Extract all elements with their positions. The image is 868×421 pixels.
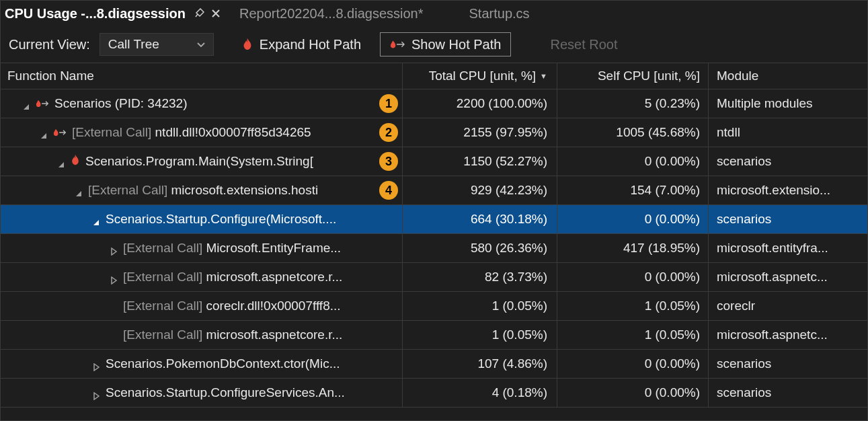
table-row[interactable]: Scenarios.Startup.ConfigureServices.An..… bbox=[1, 379, 867, 408]
button-label: Show Hot Path bbox=[411, 37, 501, 52]
svg-marker-7 bbox=[94, 364, 99, 371]
table-row[interactable]: [External Call] microsoft.extensions.hos… bbox=[1, 176, 867, 205]
callout-badge: 1 bbox=[379, 94, 398, 113]
callout-badge: 4 bbox=[379, 181, 398, 200]
hot-path-icon bbox=[53, 125, 67, 140]
module-cell: scenarios bbox=[709, 379, 867, 407]
function-name: Scenarios.Program.Main(System.String[ bbox=[85, 154, 313, 169]
function-name: [External Call] ntdll.dll!0x00007ff85d34… bbox=[72, 125, 311, 140]
expander-icon[interactable] bbox=[22, 100, 30, 108]
tab-startup-cs[interactable]: Startup.cs bbox=[460, 1, 539, 26]
hot-path-icon bbox=[390, 40, 405, 49]
expander-icon[interactable] bbox=[92, 215, 100, 223]
external-call-prefix: [External Call] bbox=[72, 125, 155, 139]
table-row[interactable]: Scenarios (PID: 34232)12200 (100.00%)5 (… bbox=[1, 89, 867, 118]
self-cpu-cell: 1005 (45.68%) bbox=[557, 118, 709, 147]
module-cell: microsoft.entityfra... bbox=[709, 234, 867, 262]
chevron-down-icon bbox=[197, 40, 205, 50]
module-cell: scenarios bbox=[709, 147, 867, 176]
header-total-cpu[interactable]: Total CPU [unit, %] ▼ bbox=[403, 63, 557, 89]
svg-marker-3 bbox=[76, 191, 81, 196]
function-name: Scenarios.Startup.ConfigureServices.An..… bbox=[106, 385, 345, 400]
current-view-label: Current View: bbox=[9, 37, 90, 52]
table-row[interactable]: [External Call] microsoft.aspnetcore.r..… bbox=[1, 321, 867, 350]
expander-icon[interactable] bbox=[92, 360, 100, 368]
self-cpu-cell: 0 (0.00%) bbox=[557, 205, 709, 233]
svg-marker-1 bbox=[41, 133, 46, 139]
header-self-cpu[interactable]: Self CPU [unit, %] bbox=[557, 63, 709, 89]
table-row[interactable]: Scenarios.Program.Main(System.String[311… bbox=[1, 147, 867, 176]
module-cell: Multiple modules bbox=[709, 89, 867, 118]
module-cell: ntdll bbox=[709, 118, 867, 147]
column-headers: Function Name Total CPU [unit, %] ▼ Self… bbox=[1, 63, 867, 89]
svg-marker-4 bbox=[93, 220, 99, 225]
expander-icon[interactable] bbox=[110, 244, 118, 252]
svg-marker-0 bbox=[24, 104, 29, 110]
self-cpu-cell: 0 (0.00%) bbox=[557, 263, 709, 291]
self-cpu-cell: 1 (0.05%) bbox=[557, 321, 709, 349]
button-label: Expand Hot Path bbox=[260, 37, 361, 52]
external-call-prefix: [External Call] bbox=[123, 270, 206, 284]
function-name: [External Call] microsoft.aspnetcore.r..… bbox=[123, 328, 342, 342]
module-cell: coreclr bbox=[709, 292, 867, 320]
module-cell: microsoft.extensio... bbox=[709, 176, 867, 204]
self-cpu-cell: 5 (0.23%) bbox=[557, 89, 709, 118]
module-cell: microsoft.aspnetc... bbox=[709, 321, 867, 349]
self-cpu-cell: 0 (0.00%) bbox=[557, 379, 709, 407]
expand-hot-path-button[interactable]: Expand Hot Path bbox=[233, 32, 370, 56]
tab-label: Report202204...8.diagsession* bbox=[239, 6, 424, 22]
function-name: [External Call] coreclr.dll!0x00007fff8.… bbox=[123, 299, 341, 313]
self-cpu-cell: 1 (0.05%) bbox=[557, 292, 709, 320]
header-module[interactable]: Module bbox=[709, 63, 867, 89]
header-function-name[interactable]: Function Name bbox=[1, 63, 403, 89]
table-row[interactable]: Scenarios.Startup.Configure(Microsoft...… bbox=[1, 205, 867, 234]
call-tree-rows: Scenarios (PID: 34232)12200 (100.00%)5 (… bbox=[1, 89, 867, 408]
table-row[interactable]: [External Call] ntdll.dll!0x00007ff85d34… bbox=[1, 118, 867, 147]
expander-icon[interactable] bbox=[110, 273, 118, 281]
expander-icon[interactable] bbox=[57, 157, 65, 165]
module-cell: scenarios bbox=[709, 205, 867, 233]
document-tabs: CPU Usage -...8.diagsession Report202204… bbox=[1, 1, 867, 26]
table-row[interactable]: [External Call] Microsoft.EntityFrame...… bbox=[1, 234, 867, 263]
tab-cpu-usage[interactable]: CPU Usage -...8.diagsession bbox=[1, 1, 230, 26]
expander-icon[interactable] bbox=[75, 186, 83, 194]
tab-report[interactable]: Report202204...8.diagsession* bbox=[230, 1, 433, 26]
reset-root-button[interactable]: Reset Root bbox=[541, 32, 627, 56]
external-call-prefix: [External Call] bbox=[123, 241, 206, 255]
function-name: Scenarios (PID: 34232) bbox=[54, 96, 188, 111]
function-name: [External Call] microsoft.extensions.hos… bbox=[88, 183, 318, 198]
svg-marker-8 bbox=[94, 393, 99, 399]
flame-icon bbox=[71, 154, 80, 169]
svg-marker-6 bbox=[112, 277, 116, 284]
function-name: Scenarios.Startup.Configure(Microsoft...… bbox=[106, 212, 336, 227]
external-call-prefix: [External Call] bbox=[123, 299, 206, 313]
view-dropdown[interactable]: Call Tree bbox=[100, 33, 214, 56]
flame-icon bbox=[242, 38, 253, 50]
total-cpu-cell: 1150 (52.27%) bbox=[403, 147, 557, 176]
table-row[interactable]: [External Call] coreclr.dll!0x00007fff8.… bbox=[1, 292, 867, 321]
total-cpu-cell: 580 (26.36%) bbox=[403, 234, 557, 262]
external-call-prefix: [External Call] bbox=[88, 183, 171, 197]
close-icon[interactable] bbox=[211, 6, 221, 22]
sort-descending-icon: ▼ bbox=[540, 72, 547, 80]
total-cpu-cell: 664 (30.18%) bbox=[403, 205, 557, 233]
tab-label: CPU Usage -...8.diagsession bbox=[5, 6, 186, 22]
svg-marker-2 bbox=[58, 162, 64, 167]
table-row[interactable]: Scenarios.PokemonDbContext.ctor(Mic...10… bbox=[1, 350, 867, 379]
expander-icon[interactable] bbox=[40, 128, 48, 137]
module-cell: scenarios bbox=[709, 350, 867, 378]
table-row[interactable]: [External Call] microsoft.aspnetcore.r..… bbox=[1, 263, 867, 292]
toolbar: Current View: Call Tree Expand Hot Path … bbox=[1, 26, 867, 63]
external-call-prefix: [External Call] bbox=[123, 328, 206, 342]
button-label: Reset Root bbox=[550, 37, 617, 52]
callout-badge: 3 bbox=[379, 152, 398, 171]
expander-icon[interactable] bbox=[92, 389, 100, 397]
total-cpu-cell: 2200 (100.00%) bbox=[403, 89, 557, 118]
show-hot-path-button[interactable]: Show Hot Path bbox=[380, 32, 511, 56]
self-cpu-cell: 0 (0.00%) bbox=[557, 350, 709, 378]
self-cpu-cell: 154 (7.00%) bbox=[557, 176, 709, 204]
self-cpu-cell: 0 (0.00%) bbox=[557, 147, 709, 176]
total-cpu-cell: 107 (4.86%) bbox=[403, 350, 557, 378]
total-cpu-cell: 1 (0.05%) bbox=[403, 292, 557, 320]
pin-icon[interactable] bbox=[195, 8, 204, 20]
